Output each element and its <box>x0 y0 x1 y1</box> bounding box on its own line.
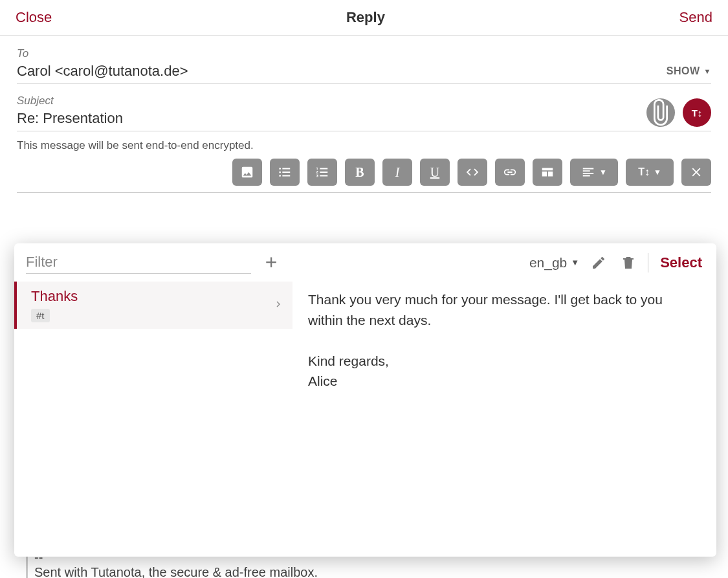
to-value[interactable]: Carol <carol@tutanota.de> <box>17 63 711 80</box>
encryption-notice: This message will be sent end-to-end enc… <box>17 131 711 159</box>
compose-header: Close Reply Send <box>0 0 728 36</box>
edit-template-button[interactable] <box>588 252 609 273</box>
send-button[interactable]: Send <box>679 9 712 26</box>
sig-line: Sent with Tutanota, the secure & ad-free… <box>34 565 318 578</box>
image-icon <box>240 165 254 179</box>
trash-icon <box>621 255 636 271</box>
template-list: Thanks #t <box>14 282 292 557</box>
bold-icon: B <box>355 165 364 180</box>
to-label: To <box>17 47 711 60</box>
subject-input[interactable]: Re: Presentation <box>17 110 639 127</box>
paperclip-icon <box>646 98 675 127</box>
template-item-title: Thanks <box>31 288 281 305</box>
bold-button[interactable]: B <box>345 159 375 186</box>
to-field[interactable]: To Carol <carol@tutanota.de> SHOW ▼ <box>17 47 711 84</box>
confidential-toggle[interactable]: T↕ <box>683 98 711 127</box>
chevron-down-icon: ▼ <box>599 168 607 177</box>
close-icon <box>689 165 703 179</box>
page-title: Reply <box>346 9 385 26</box>
chevron-down-icon: ▼ <box>571 258 579 267</box>
language-label: en_gb <box>529 255 567 271</box>
show-recipients-button[interactable]: SHOW ▼ <box>667 65 711 77</box>
number-list-button[interactable] <box>307 159 337 186</box>
align-button[interactable]: ▼ <box>570 159 618 186</box>
attach-button[interactable] <box>646 98 675 127</box>
template-item[interactable]: Thanks #t <box>14 282 292 329</box>
bullet-list-icon <box>278 165 292 179</box>
language-select[interactable]: en_gb ▼ <box>529 255 579 271</box>
align-left-icon <box>581 165 595 179</box>
subject-label: Subject <box>17 94 639 107</box>
chevron-right-icon <box>273 299 283 312</box>
preview-line: Kind regards, <box>308 351 701 372</box>
clear-format-button[interactable] <box>681 159 711 186</box>
template-button[interactable] <box>533 159 562 186</box>
font-size-button[interactable]: T↕ ▼ <box>626 159 674 186</box>
underline-button[interactable]: U <box>420 159 450 186</box>
insert-image-button[interactable] <box>232 159 262 186</box>
preview-line: Thank you very much for your message. I'… <box>308 289 701 330</box>
bullet-list-button[interactable] <box>270 159 300 186</box>
code-button[interactable] <box>458 159 487 186</box>
template-preview: Thank you very much for your message. I'… <box>292 282 716 557</box>
subject-row: Subject Re: Presentation T↕ <box>17 84 711 131</box>
underline-icon: U <box>430 165 439 180</box>
template-item-tag: #t <box>31 309 50 322</box>
select-template-button[interactable]: Select <box>657 254 705 271</box>
code-icon <box>465 165 480 179</box>
close-button[interactable]: Close <box>16 9 52 26</box>
template-filter-input[interactable] <box>26 251 251 274</box>
preview-line: Alice <box>308 371 701 392</box>
link-icon <box>503 165 517 179</box>
divider <box>648 253 648 272</box>
show-label: SHOW <box>667 65 700 77</box>
plus-icon: + <box>265 250 278 274</box>
confidential-icon: T↕ <box>692 107 703 118</box>
italic-button[interactable]: I <box>382 159 412 186</box>
number-list-icon <box>315 165 329 179</box>
delete-template-button[interactable] <box>618 252 639 273</box>
compose-form: To Carol <carol@tutanota.de> SHOW ▼ Subj… <box>0 36 728 193</box>
template-icon <box>540 165 555 179</box>
add-template-button[interactable]: + <box>260 252 282 274</box>
pencil-icon <box>591 255 606 271</box>
chevron-down-icon: ▼ <box>654 168 661 177</box>
text-size-icon: T↕ <box>638 166 650 178</box>
link-button[interactable] <box>495 159 525 186</box>
italic-icon: I <box>395 165 400 180</box>
template-panel-header: + en_gb ▼ Select <box>14 243 716 282</box>
template-panel-body: Thanks #t Thank you very much for your m… <box>14 282 716 557</box>
template-panel: + en_gb ▼ Select Thanks #t Thank you ve <box>14 243 716 557</box>
chevron-down-icon: ▼ <box>704 67 711 75</box>
format-toolbar: B I U ▼ T↕ ▼ <box>17 159 711 193</box>
